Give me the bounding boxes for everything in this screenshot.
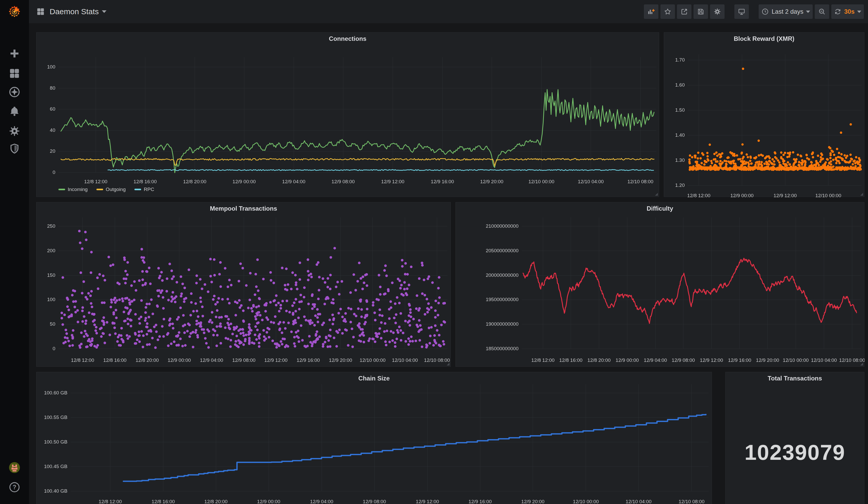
panel-title[interactable]: Mempool Transactions bbox=[37, 205, 451, 212]
panel-difficulty: Difficulty bbox=[455, 202, 864, 367]
user-avatar[interactable] bbox=[9, 462, 20, 473]
refresh-picker[interactable]: 30s bbox=[831, 4, 864, 19]
dashboard-grid-icon[interactable] bbox=[36, 7, 45, 16]
legend-label: Outgoing bbox=[106, 187, 126, 192]
save-button[interactable] bbox=[693, 4, 708, 19]
panel-title[interactable]: Difficulty bbox=[456, 205, 864, 212]
panel-connections: Connections IncomingOutgoingRPC bbox=[36, 32, 659, 197]
chain-size-chart[interactable] bbox=[37, 372, 712, 504]
refresh-interval-label: 30s bbox=[844, 8, 855, 15]
panel-block-reward: Block Reward (XMR) bbox=[664, 32, 864, 197]
panel-title[interactable]: Block Reward (XMR) bbox=[664, 35, 864, 42]
cycle-view-monitor-button[interactable] bbox=[734, 4, 749, 19]
legend-label: Incoming bbox=[68, 187, 87, 192]
explore-compass-icon[interactable] bbox=[9, 86, 20, 98]
time-range-picker[interactable]: Last 2 days bbox=[759, 4, 813, 19]
connections-chart[interactable] bbox=[37, 33, 659, 197]
block-reward-chart[interactable] bbox=[664, 33, 865, 197]
svg-text:?: ? bbox=[13, 484, 16, 491]
zoom-out-button[interactable] bbox=[815, 4, 829, 19]
settings-gear-button[interactable] bbox=[710, 4, 725, 19]
caret-down-icon bbox=[102, 10, 106, 13]
dashboard-title[interactable]: Daemon Stats bbox=[50, 7, 106, 16]
legend-item-outgoing[interactable]: Outgoing bbox=[96, 187, 126, 192]
legend-color-mark bbox=[96, 189, 103, 190]
panel-total-transactions: Total Transactions 10239079 bbox=[725, 372, 864, 504]
panel-title[interactable]: Chain Size bbox=[37, 375, 712, 382]
mempool-chart[interactable] bbox=[37, 202, 451, 367]
panel-chain-size: Chain Size bbox=[36, 372, 712, 504]
grafana-dashboard: { "topbar": { "title": "Daemon Stats", "… bbox=[0, 0, 868, 504]
connections-legend: IncomingOutgoingRPC bbox=[59, 187, 154, 192]
legend-item-incoming[interactable]: Incoming bbox=[59, 187, 87, 192]
dashboard-title-text: Daemon Stats bbox=[50, 7, 99, 16]
legend-color-mark bbox=[59, 189, 65, 190]
sidebar: ? bbox=[0, 0, 29, 504]
panel-title[interactable]: Connections bbox=[37, 35, 659, 42]
add-panel-button[interactable] bbox=[644, 4, 658, 19]
panel-title[interactable]: Total Transactions bbox=[726, 375, 864, 382]
caret-down-icon bbox=[857, 11, 861, 13]
time-range-label: Last 2 days bbox=[772, 8, 803, 15]
legend-label: RPC bbox=[144, 187, 154, 192]
configuration-gear-icon[interactable] bbox=[9, 125, 20, 137]
help-icon[interactable]: ? bbox=[9, 481, 20, 493]
plus-icon[interactable] bbox=[9, 48, 20, 60]
admin-shield-icon[interactable] bbox=[9, 143, 20, 155]
panel-mempool: Mempool Transactions bbox=[36, 202, 451, 367]
share-button[interactable] bbox=[677, 4, 691, 19]
caret-down-icon bbox=[806, 11, 810, 13]
legend-item-rpc[interactable]: RPC bbox=[134, 187, 154, 192]
alerting-bell-icon[interactable] bbox=[9, 105, 20, 117]
total-transactions-value: 10239079 bbox=[726, 440, 864, 465]
difficulty-chart[interactable] bbox=[456, 202, 865, 367]
dashboards-grid-icon[interactable] bbox=[9, 68, 20, 79]
star-button[interactable] bbox=[660, 4, 675, 19]
topbar: Daemon Stats Last 2 days bbox=[29, 0, 868, 23]
legend-color-mark bbox=[134, 189, 141, 190]
grafana-logo[interactable] bbox=[0, 0, 29, 23]
